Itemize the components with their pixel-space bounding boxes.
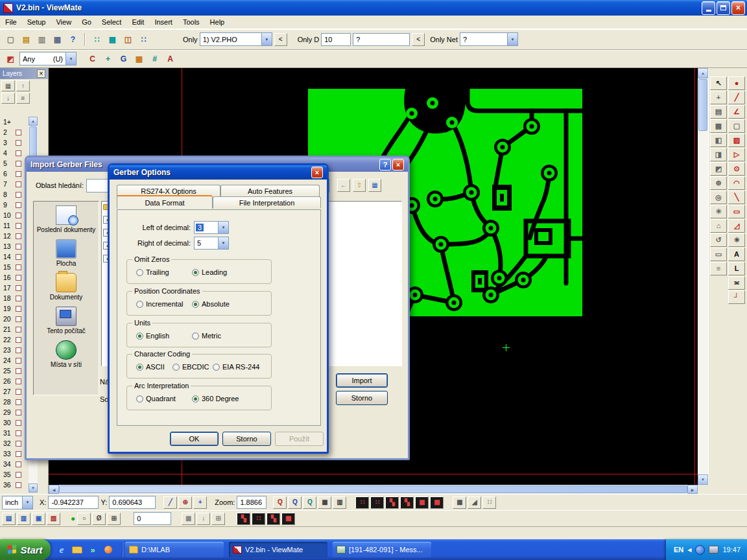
canvas-vscrollbar[interactable]: ▲ ▼ [698, 68, 708, 485]
tool-button[interactable]: ▢ [728, 119, 745, 133]
dialog-toolbar-icon[interactable]: ← [337, 179, 350, 192]
tool-button[interactable]: ◨ [710, 148, 727, 161]
layer-visibility-box[interactable] [16, 140, 21, 146]
layer-visibility-box[interactable] [16, 233, 21, 239]
menu-item[interactable]: Setup [22, 16, 51, 28]
chevron-down-icon[interactable]: ▼ [22, 496, 32, 509]
menu-item[interactable]: File [0, 16, 22, 28]
toolbar-icon[interactable]: ? [66, 33, 80, 46]
menu-item[interactable]: Go [77, 16, 97, 28]
snap-tool-icon[interactable]: ⊞ [211, 513, 225, 525]
layers-tool-button[interactable]: ≡ [16, 93, 30, 104]
layer-visibility-box[interactable] [16, 192, 21, 198]
layer-visibility-box[interactable] [16, 379, 21, 384]
tool-button[interactable]: ◧ [710, 134, 727, 147]
aperture-tool-icon[interactable]: Ø [92, 513, 106, 525]
filter-icon[interactable]: G [117, 52, 130, 65]
only-layer-label[interactable]: Only [183, 36, 198, 43]
folder-icon[interactable] [71, 544, 83, 555]
layer-visibility-box[interactable] [16, 347, 21, 353]
chevron-down-icon[interactable]: ▼ [218, 222, 228, 233]
tool-button[interactable]: ∠ [728, 105, 745, 119]
layer-visibility-box[interactable] [16, 150, 21, 156]
layer-row[interactable]: 36 [0, 480, 29, 490]
layer-visibility-box[interactable] [16, 171, 21, 177]
place-item[interactable]: Tento počítač [36, 307, 97, 334]
tool-button[interactable]: ▨ [728, 134, 745, 147]
prev-dcode-button[interactable]: < [412, 33, 425, 46]
unit-combo[interactable]: inch ▼ [2, 496, 33, 509]
radio-quadrant[interactable]: Quadrant [136, 395, 176, 402]
layer-visibility-box[interactable] [16, 264, 21, 270]
filter-icon[interactable]: A [163, 52, 177, 65]
menu-item[interactable]: Help [205, 16, 230, 28]
radio-trailing[interactable]: Trailing [136, 268, 169, 276]
pattern-tool-icon[interactable]: ▩ [281, 513, 295, 525]
canvas-hscrollbar[interactable]: ◀ ▶ [49, 485, 698, 494]
scroll-up-icon[interactable]: ▲ [29, 117, 38, 126]
tool-button[interactable]: ● [728, 76, 745, 90]
layer-visibility-box[interactable] [16, 306, 21, 312]
layer-row[interactable]: 34 [0, 459, 29, 469]
zoom-tool-icon[interactable]: ▥ [333, 496, 346, 509]
layer-visibility-box[interactable] [16, 420, 21, 426]
cancel-button[interactable]: Storno [222, 432, 271, 446]
filter-icon[interactable]: C [86, 52, 99, 65]
layer-visibility-box[interactable] [16, 389, 21, 395]
aperture-tool-icon[interactable]: ⊞ [107, 513, 121, 525]
dialog-toolbar-icon[interactable]: ▦ [368, 179, 381, 192]
grid-tool-icon[interactable]: ▦ [453, 496, 466, 509]
layer-visibility-box[interactable] [16, 441, 21, 447]
layer-visibility-box[interactable] [16, 461, 21, 467]
layer-visibility-box[interactable] [16, 285, 21, 291]
menu-item[interactable]: View [51, 16, 77, 28]
menu-item[interactable]: Edit [126, 16, 149, 28]
internet-explorer-icon[interactable]: e [56, 544, 67, 555]
dcode-display-icon[interactable]: ▦ [415, 496, 429, 509]
layer-tool-icon[interactable]: ▧ [47, 513, 60, 525]
zoom-tool-icon[interactable]: Q [303, 496, 316, 509]
tool-button[interactable]: ⌂ [710, 219, 727, 233]
tab-auto-features[interactable]: Auto Features [220, 185, 320, 196]
restore-button[interactable] [717, 1, 730, 15]
pattern-tool-icon[interactable]: ▚ [237, 513, 250, 525]
layer-visibility-box[interactable] [16, 202, 21, 208]
snap-tool-icon[interactable]: ↓ [196, 513, 210, 525]
tool-button[interactable]: A [728, 248, 745, 261]
layer-visibility-box[interactable] [16, 337, 21, 343]
status-tool-icon[interactable]: ╱ [163, 496, 177, 509]
layer-visibility-box[interactable] [16, 161, 21, 167]
radio-leading[interactable]: Leading [192, 268, 227, 276]
toolbar-icon[interactable]: ▢ [4, 33, 18, 46]
scroll-thumb[interactable] [59, 485, 687, 493]
radio-ebcdic[interactable]: EBCDIC [172, 363, 209, 371]
radio-eia-rs244[interactable]: EIA RS-244 [213, 363, 259, 371]
filter-icon[interactable]: ▦ [132, 52, 146, 65]
grid-tool-icon[interactable]: ∷ [482, 496, 496, 509]
tool-button[interactable]: ◿ [728, 219, 745, 233]
toolbar-icon[interactable]: ∷ [137, 33, 150, 46]
layer-visibility-box[interactable] [16, 430, 21, 436]
scroll-down-icon[interactable]: ▼ [698, 474, 708, 485]
layer-tool-icon[interactable]: ▤ [2, 513, 16, 525]
layer-visibility-box[interactable] [16, 399, 21, 405]
layer-tool-icon[interactable]: ▣ [32, 513, 45, 525]
layer-visibility-box[interactable] [16, 327, 21, 332]
tool-button[interactable]: ↺ [710, 233, 727, 247]
radio-absolute[interactable]: Absolute [192, 300, 230, 308]
layer-visibility-box[interactable] [16, 181, 21, 187]
tool-button[interactable]: L [728, 262, 745, 275]
place-item[interactable]: Dokumenty [36, 273, 97, 301]
scroll-right-icon[interactable]: ▶ [687, 485, 698, 494]
net-combo[interactable]: ? ▼ [460, 32, 518, 46]
scroll-thumb[interactable] [698, 79, 707, 131]
display-icon[interactable] [709, 546, 718, 554]
layer-row[interactable]: 35 [0, 469, 29, 480]
tool-button[interactable]: ┘ [728, 290, 745, 304]
layer-visibility-box[interactable] [16, 223, 21, 229]
status-tool-icon[interactable]: + [193, 496, 207, 509]
radio-incremental[interactable]: Incremental [136, 300, 183, 308]
tool-button[interactable]: ▭ [728, 205, 745, 218]
prev-layer-button[interactable]: < [274, 33, 287, 46]
close-button[interactable]: × [392, 159, 404, 170]
